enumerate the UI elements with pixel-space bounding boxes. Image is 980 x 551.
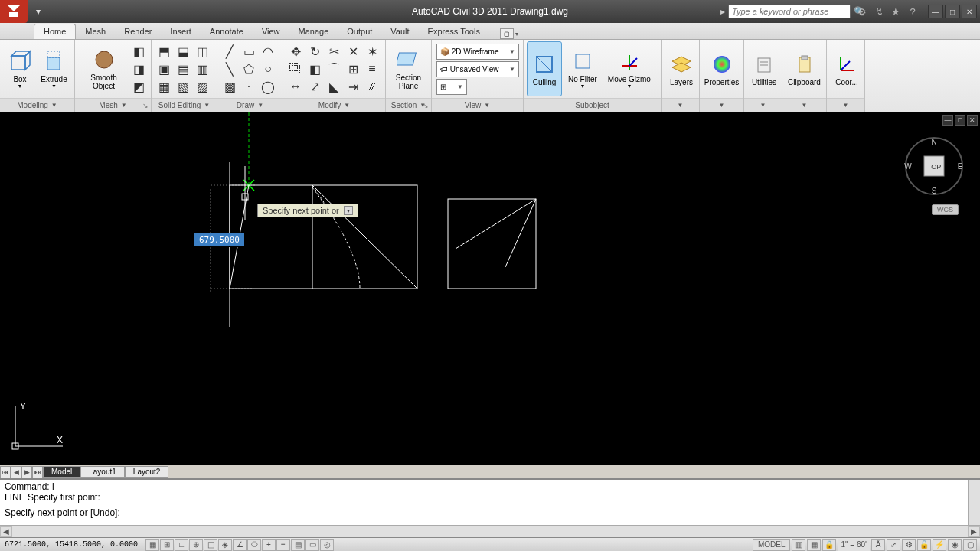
status-otrack-toggle[interactable]: ∠ <box>233 539 247 551</box>
status-polar-toggle[interactable]: ⊕ <box>189 539 203 551</box>
draw-polyline-icon[interactable]: ╱ <box>220 43 239 60</box>
tab-manage[interactable]: Manage <box>289 24 338 39</box>
status-quickview-layouts-icon[interactable]: ▥ <box>792 539 805 551</box>
tab-vault[interactable]: Vault <box>381 24 418 39</box>
status-osnap-toggle[interactable]: ◫ <box>204 539 217 551</box>
draw-rectangle-icon[interactable]: ▭ <box>240 43 258 60</box>
tab-insert[interactable]: Insert <box>161 24 201 39</box>
command-window[interactable]: Command: l LINE Specify first point: Spe… <box>0 478 980 537</box>
dynamic-input-distance[interactable]: 679.5000 <box>194 233 245 247</box>
coordinates-panel-button[interactable]: Coor... <box>830 41 864 96</box>
modify-rotate-icon[interactable]: ↻ <box>305 43 324 60</box>
modify-move-icon[interactable]: ✥ <box>286 43 305 60</box>
status-model-space[interactable]: MODEL <box>753 539 791 551</box>
command-prompt-line[interactable]: Specify next point or [Undo]: <box>5 507 975 518</box>
mesh-more-1-icon[interactable]: ◧ <box>129 43 148 60</box>
command-vscrollbar[interactable] <box>968 480 980 525</box>
status-3dosnap-toggle[interactable]: ◈ <box>218 539 232 551</box>
subscription-icon[interactable]: ⚙ <box>856 5 868 18</box>
drawing-canvas[interactable]: — □ ✕ 679.5000 Specify next poin <box>0 112 980 465</box>
application-menu-button[interactable] <box>0 0 28 23</box>
layout-tab-layout1[interactable]: Layout1 <box>80 466 125 478</box>
draw-ellipse-icon[interactable]: ◯ <box>259 78 277 95</box>
modify-copy-icon[interactable]: ⿻ <box>286 60 305 77</box>
status-workspace-icon[interactable]: ⚙ <box>902 539 916 551</box>
command-hscrollbar[interactable]: ◀▶ <box>0 525 980 537</box>
status-isolate-icon[interactable]: ◉ <box>948 539 962 551</box>
ribbon-visibility-dropdown[interactable]: ▾ <box>515 31 518 37</box>
modify-mirror-icon[interactable]: ◧ <box>305 60 324 77</box>
qat-dropdown-icon[interactable]: ▾ <box>32 5 44 18</box>
status-grid-toggle[interactable]: ⊞ <box>160 539 174 551</box>
mesh-more-2-icon[interactable]: ◨ <box>129 60 148 77</box>
status-quickview-drawings-icon[interactable]: ▦ <box>807 539 821 551</box>
draw-point-icon[interactable]: · <box>240 78 258 95</box>
draw-arc-icon[interactable]: ◠ <box>259 43 277 60</box>
status-lwt-toggle[interactable]: ≡ <box>276 539 290 551</box>
layout-next-button[interactable]: ▶ <box>21 466 32 478</box>
solid-shell-icon[interactable]: ▦ <box>155 78 173 95</box>
culling-button[interactable]: Culling <box>527 41 562 96</box>
modify-break-icon[interactable]: ⫽ <box>363 78 381 95</box>
layout-prev-button[interactable]: ◀ <box>11 466 21 478</box>
tab-home[interactable]: Home <box>34 24 76 39</box>
minimize-button[interactable]: — <box>928 5 943 18</box>
section-plane-button[interactable]: Section Plane <box>389 41 428 96</box>
mesh-more-3-icon[interactable]: ◩ <box>129 78 148 95</box>
draw-line-icon[interactable]: ╲ <box>220 60 239 77</box>
properties-panel-button[interactable]: Properties <box>703 41 740 96</box>
status-coordinates[interactable]: 6721.5000, 15418.5000, 0.0000 <box>0 540 142 549</box>
status-clean-screen-icon[interactable]: ▢ <box>963 539 977 551</box>
status-annovis-icon[interactable]: Å <box>871 539 885 551</box>
utilities-panel-button[interactable]: Utilities <box>747 41 781 96</box>
clipboard-panel-button[interactable]: Clipboard <box>786 41 823 96</box>
help-icon[interactable]: ? <box>906 5 919 18</box>
ribbon-visibility-toggle[interactable]: ▢ <box>500 28 514 39</box>
status-transparency-toggle[interactable]: ▤ <box>291 539 305 551</box>
modify-explode-icon[interactable]: ✶ <box>363 43 381 60</box>
status-autoscale-icon[interactable]: ⤢ <box>887 539 900 551</box>
modify-stretch-icon[interactable]: ↔ <box>286 78 305 95</box>
status-qp-toggle[interactable]: ▭ <box>305 539 319 551</box>
modify-erase-icon[interactable]: ✕ <box>344 43 362 60</box>
tab-express-tools[interactable]: Express Tools <box>419 24 489 39</box>
modify-trim-icon[interactable]: ✂ <box>325 43 343 60</box>
solid-subtract-icon[interactable]: ⬓ <box>174 43 192 60</box>
status-hardware-accel-icon[interactable]: ⚡ <box>933 539 946 551</box>
modify-array-icon[interactable]: ⊞ <box>344 60 362 77</box>
move-gizmo-button[interactable]: Move Gizmo▼ <box>603 41 655 96</box>
status-toolbar-lock-icon[interactable]: 🔓 <box>917 539 931 551</box>
draw-polygon-icon[interactable]: ⬠ <box>240 60 258 77</box>
tab-output[interactable]: Output <box>338 24 381 39</box>
tab-render[interactable]: Render <box>115 24 161 39</box>
solid-extrude-face-icon[interactable]: ▣ <box>155 60 173 77</box>
draw-circle-icon[interactable]: ○ <box>259 60 277 77</box>
no-filter-button[interactable]: No Filter▼ <box>564 41 602 96</box>
solid-taper-face-icon[interactable]: ▤ <box>174 60 192 77</box>
modify-scale-icon[interactable]: ⤢ <box>305 78 324 95</box>
solid-union-icon[interactable]: ⬒ <box>155 43 173 60</box>
status-dyn-toggle[interactable]: + <box>262 539 276 551</box>
viewcube[interactable]: N S E W TOP <box>903 135 965 197</box>
box-button[interactable]: Box ▼ <box>3 41 37 96</box>
named-view-dropdown[interactable]: 🏷 Unsaved View▼ <box>436 61 519 77</box>
view-misc-dropdown[interactable]: ⊞▼ <box>436 79 467 95</box>
layout-last-button[interactable]: ⏭ <box>32 466 43 478</box>
status-annotation-scale[interactable]: 1" = 60' <box>838 539 870 551</box>
layers-panel-button[interactable]: Layers <box>665 41 698 96</box>
modify-fillet-icon[interactable]: ⌒ <box>325 60 343 77</box>
solid-separate-icon[interactable]: ▨ <box>193 78 211 95</box>
wcs-badge[interactable]: WCS <box>932 204 959 215</box>
modify-align-icon[interactable]: ⇥ <box>344 78 362 95</box>
tab-view[interactable]: View <box>253 24 289 39</box>
status-ducs-toggle[interactable]: ⎔ <box>247 539 261 551</box>
solid-offset-face-icon[interactable]: ▥ <box>193 60 211 77</box>
status-sc-toggle[interactable]: ◎ <box>320 539 334 551</box>
status-snap-toggle[interactable]: ▦ <box>145 539 159 551</box>
status-ortho-toggle[interactable]: ∟ <box>175 539 188 551</box>
solid-intersect-icon[interactable]: ◫ <box>193 43 211 60</box>
exchange-icon[interactable]: ↯ <box>873 5 885 18</box>
dynamic-prompt-dropdown-icon[interactable]: ▾ <box>344 206 353 215</box>
visual-style-dropdown[interactable]: 📦 2D Wireframe▼ <box>436 44 519 60</box>
modify-chamfer-icon[interactable]: ◣ <box>325 78 343 95</box>
